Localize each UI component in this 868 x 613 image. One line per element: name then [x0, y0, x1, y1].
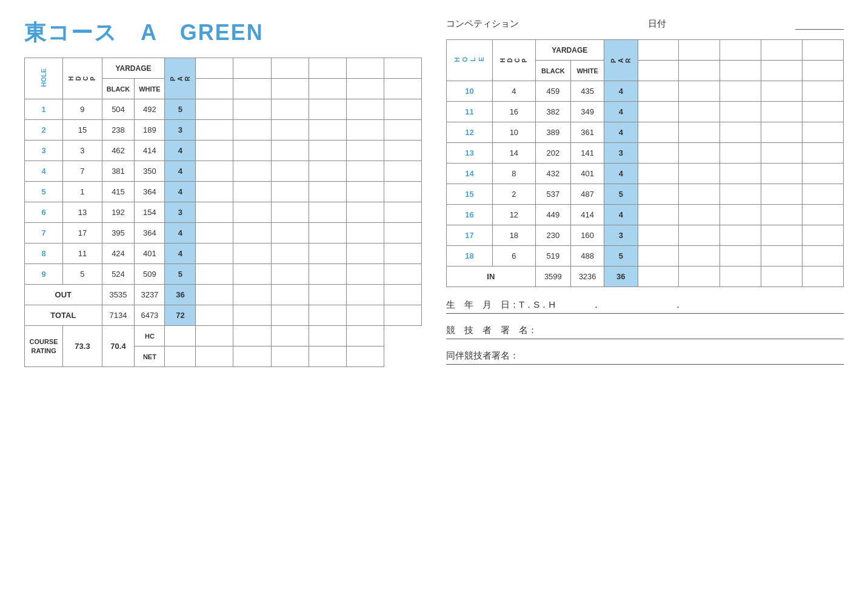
right-black-yardage: 202	[535, 143, 571, 164]
birth-date-line: 生 年 月 日：T．S．H ． ．	[446, 299, 844, 314]
right-hole-number: 10	[447, 81, 493, 102]
right-hole-number: 13	[447, 143, 493, 164]
black-yardage: 395	[102, 223, 135, 244]
right-hdcp-value: 6	[493, 246, 535, 267]
in-row: IN 3599 3236 36	[447, 267, 844, 287]
right-black-yardage: 230	[535, 225, 571, 246]
right-black-yardage: 382	[535, 102, 571, 122]
right-par-value: 4	[604, 164, 638, 184]
total-black: 7134	[102, 305, 135, 326]
par-value: 4	[165, 161, 196, 182]
out-par: 36	[165, 285, 196, 305]
left-hole-row: 6 13 192 154 3	[25, 202, 422, 223]
right-hole-number: 12	[447, 122, 493, 143]
hole-number: 4	[25, 161, 63, 182]
course-rating-label: COURSERATING	[25, 326, 63, 367]
white-yardage: 189	[135, 120, 165, 141]
black-header: BLACK	[102, 79, 135, 99]
right-white-yardage: 141	[571, 143, 604, 164]
left-hole-row: 7 17 395 364 4	[25, 223, 422, 244]
total-par: 72	[165, 305, 196, 326]
black-yardage: 238	[102, 120, 135, 141]
right-par-value: 4	[604, 205, 638, 225]
in-par: 36	[604, 267, 638, 287]
header-row: HOLE HDCP YARDAGE PAR	[25, 58, 422, 79]
right-black-yardage: 449	[535, 205, 571, 225]
total-label: TOTAL	[25, 305, 102, 326]
course-rating-row-hc: COURSERATING 73.3 70.4 HC	[25, 326, 422, 346]
right-par-value: 5	[604, 246, 638, 267]
right-par-value: 5	[604, 184, 638, 205]
hdcp-header: HDCP	[63, 58, 102, 99]
total-white: 6473	[135, 305, 165, 326]
in-label: IN	[447, 267, 536, 287]
right-header-row: HOLE HDCP YARDAGE PAR	[447, 40, 844, 61]
par-value: 3	[165, 202, 196, 223]
right-hole-row: 17 18 230 160 3	[447, 225, 844, 246]
right-black-yardage: 537	[535, 184, 571, 205]
right-hdcp-value: 16	[493, 102, 535, 122]
right-scorecard: HOLE HDCP YARDAGE PAR BLACK	[446, 39, 844, 287]
hole-number: 8	[25, 244, 63, 264]
right-hole-row: 14 8 432 401 4	[447, 164, 844, 184]
hole-number: 3	[25, 141, 63, 161]
par-value: 4	[165, 244, 196, 264]
right-white-yardage: 401	[571, 164, 604, 184]
right-par-value: 4	[604, 81, 638, 102]
right-hole-number: 11	[447, 102, 493, 122]
extra-header-6	[384, 58, 421, 79]
in-black: 3599	[535, 267, 571, 287]
right-white-yardage: 488	[571, 246, 604, 267]
par-header: PAR	[165, 58, 196, 99]
hole-number: 2	[25, 120, 63, 141]
right-hdcp-value: 2	[493, 184, 535, 205]
black-yardage: 524	[102, 264, 135, 285]
right-hdcp-value: 12	[493, 205, 535, 225]
right-hole-number: 15	[447, 184, 493, 205]
right-white-yardage: 349	[571, 102, 604, 122]
right-par-value: 3	[604, 225, 638, 246]
right-par-value: 3	[604, 143, 638, 164]
right-hdcp-value: 10	[493, 122, 535, 143]
right-white-yardage: 487	[571, 184, 604, 205]
right-hole-number: 17	[447, 225, 493, 246]
companion-signature-line: 同伴競技者署名：	[446, 350, 844, 365]
right-white-yardage: 435	[571, 81, 604, 102]
right-yardage-header: YARDAGE	[535, 40, 604, 61]
date-label: 日付	[648, 18, 666, 30]
right-hole-row: 11 16 382 349 4	[447, 102, 844, 122]
black-yardage: 415	[102, 182, 135, 202]
left-section: 東コース A GREEN HOLE	[24, 18, 422, 376]
par-value: 3	[165, 120, 196, 141]
black-yardage: 424	[102, 244, 135, 264]
right-hole-header: HOLE	[447, 40, 493, 81]
hdcp-value: 17	[63, 223, 102, 244]
par-value: 5	[165, 99, 196, 120]
hole-header: HOLE	[25, 58, 63, 99]
extra-header-5	[346, 58, 384, 79]
par-value: 4	[165, 141, 196, 161]
right-hdcp-value: 18	[493, 225, 535, 246]
right-hdcp-header: HDCP	[493, 40, 535, 81]
hdcp-value: 11	[63, 244, 102, 264]
black-yardage: 462	[102, 141, 135, 161]
par-value: 4	[165, 182, 196, 202]
course-rating-white: 70.4	[102, 326, 135, 367]
white-yardage: 350	[135, 161, 165, 182]
hdcp-value: 7	[63, 161, 102, 182]
right-header: コンペティション 日付	[446, 18, 844, 30]
page: 東コース A GREEN HOLE	[24, 18, 844, 376]
right-hole-row: 13 14 202 141 3	[447, 143, 844, 164]
right-par-header: PAR	[604, 40, 638, 81]
right-par-value: 4	[604, 102, 638, 122]
out-row: OUT 3535 3237 36	[25, 285, 422, 305]
hdcp-value: 9	[63, 99, 102, 120]
left-scorecard: HOLE HDCP YARDAGE PAR	[24, 58, 422, 367]
right-black-yardage: 519	[535, 246, 571, 267]
right-hole-number: 18	[447, 246, 493, 267]
black-yardage: 192	[102, 202, 135, 223]
right-white-yardage: 361	[571, 122, 604, 143]
right-black-header: BLACK	[535, 61, 571, 81]
extra-header-2	[233, 58, 271, 79]
left-hole-row: 9 5 524 509 5	[25, 264, 422, 285]
